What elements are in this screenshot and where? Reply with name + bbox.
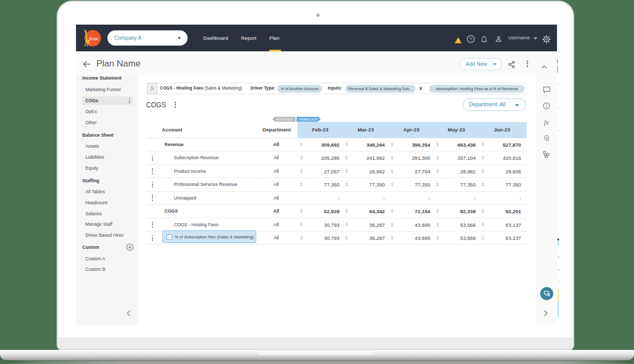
svg-text:Jirav: Jirav: [89, 36, 99, 41]
svg-text:?: ?: [469, 37, 472, 42]
